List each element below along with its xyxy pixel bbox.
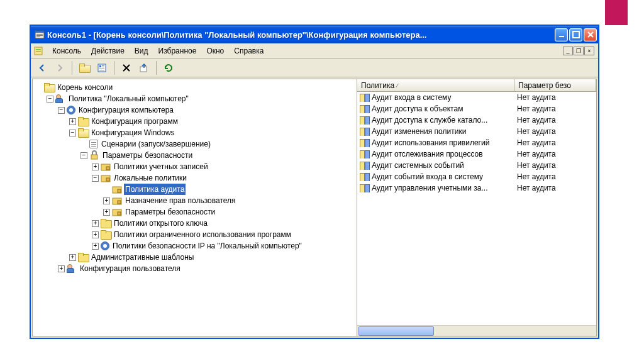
tree-sec-options[interactable]: + Параметры безопасности xyxy=(103,206,354,218)
tree-ipsec[interactable]: + Политики безопасности IP на "Локальный… xyxy=(92,240,354,252)
folder-icon xyxy=(44,83,54,92)
tree-acct-policies[interactable]: + Политики учетных записей xyxy=(92,161,354,172)
list-row[interactable]: Аудит доступа к объектамНет аудита xyxy=(357,103,596,114)
titlebar[interactable]: Консоль1 - [Корень консоли\Политика "Лок… xyxy=(31,26,598,43)
lock-folder-icon xyxy=(112,207,122,217)
minimize-button[interactable] xyxy=(555,28,568,42)
properties-button[interactable] xyxy=(94,60,109,75)
tree-prog-config[interactable]: + Конфигурация программ xyxy=(69,116,354,127)
close-button[interactable] xyxy=(584,28,597,42)
folder-icon xyxy=(101,230,111,239)
gear-icon xyxy=(67,106,75,114)
column-policy[interactable]: Политика ∕ xyxy=(357,79,514,91)
collapse-icon[interactable]: − xyxy=(80,152,87,159)
list-row[interactable]: Аудит системных событийНет аудита xyxy=(357,160,596,171)
tree-restricted-sw[interactable]: + Политики ограниченного использования п… xyxy=(92,229,354,240)
menu-console[interactable]: Консоль xyxy=(47,45,86,57)
scrollbar-thumb[interactable] xyxy=(358,326,434,336)
tree-comp-config[interactable]: − Конфигурация компьютера xyxy=(58,104,354,116)
up-button[interactable] xyxy=(77,60,92,75)
svg-rect-1 xyxy=(35,31,44,33)
mdi-restore-button[interactable]: ❐ xyxy=(574,47,584,55)
list-body[interactable]: Аудит входа в системуНет аудитаАудит дос… xyxy=(357,92,596,325)
folder-open-icon xyxy=(78,128,88,137)
list-row[interactable]: Аудит входа в системуНет аудита xyxy=(357,92,596,103)
tree-audit-policy[interactable]: Политика аудита xyxy=(103,184,354,195)
list-header: Политика ∕ Параметр безо xyxy=(357,79,596,92)
policy-param: Нет аудита xyxy=(517,138,594,147)
tree-win-config[interactable]: − Конфигурация Windows xyxy=(69,127,354,138)
window-controls xyxy=(555,28,597,42)
expand-icon[interactable]: + xyxy=(58,265,65,272)
sort-indicator-icon: ∕ xyxy=(397,82,398,89)
list-row[interactable]: Аудит отслеживания процессовНет аудита xyxy=(357,148,596,160)
maximize-button[interactable] xyxy=(569,28,582,42)
svg-rect-5 xyxy=(559,36,564,37)
svg-rect-17 xyxy=(91,155,97,159)
menu-app-icon xyxy=(33,46,43,56)
policy-name: Аудит отслеживания процессов xyxy=(372,150,483,158)
audit-item-icon xyxy=(360,93,370,102)
security-icon xyxy=(89,150,99,160)
expand-icon[interactable]: + xyxy=(69,254,76,261)
delete-button[interactable] xyxy=(119,60,134,75)
export-button[interactable] xyxy=(136,60,152,75)
expand-icon[interactable]: + xyxy=(92,243,99,250)
tree-sec-params[interactable]: − Параметры безопасности xyxy=(80,150,354,161)
tree-admin-templates[interactable]: + Административные шаблоны xyxy=(69,252,354,263)
title-text: Консоль1 - [Корень консоли\Политика "Лок… xyxy=(47,30,555,40)
svg-rect-23 xyxy=(118,189,121,192)
svg-rect-2 xyxy=(36,34,43,35)
policy-icon xyxy=(55,94,65,103)
svg-rect-21 xyxy=(106,178,109,181)
tree-rights-assign[interactable]: + Назначение прав пользователя xyxy=(103,195,354,206)
menu-favorites[interactable]: Избранное xyxy=(153,45,202,57)
svg-rect-16 xyxy=(140,67,147,72)
menu-window[interactable]: Окно xyxy=(201,45,229,57)
mdi-close-button[interactable]: × xyxy=(584,47,594,55)
policy-param: Нет аудита xyxy=(517,161,594,170)
policy-name: Аудит событий входа в систему xyxy=(372,172,483,181)
expand-icon[interactable]: + xyxy=(103,197,110,204)
folder-icon xyxy=(101,219,111,228)
svg-rect-4 xyxy=(36,36,40,37)
expand-icon[interactable]: + xyxy=(92,231,99,238)
audit-item-icon xyxy=(360,138,370,147)
tree-local-policies[interactable]: − Локальные политики xyxy=(92,172,354,184)
list-row[interactable]: Аудит событий входа в системуНет аудита xyxy=(357,171,596,182)
svg-rect-6 xyxy=(573,31,579,38)
list-row[interactable]: Аудит изменения политикиНет аудита xyxy=(357,126,596,137)
back-button[interactable] xyxy=(35,60,50,75)
svg-rect-14 xyxy=(99,69,104,69)
tree-pane[interactable]: Корень консоли − Политика "Локальный ком… xyxy=(33,79,357,336)
tree-scenarios[interactable]: Сценарии (запуск/завершение) xyxy=(80,138,354,150)
column-param[interactable]: Параметр безо xyxy=(514,79,596,91)
collapse-icon[interactable]: − xyxy=(47,96,53,103)
menu-action[interactable]: Действие xyxy=(86,45,130,57)
tree-pubkey[interactable]: + Политики открытого ключа xyxy=(92,218,354,229)
script-icon xyxy=(89,140,98,148)
list-row[interactable]: Аудит доступа к службе катало...Нет ауди… xyxy=(357,114,596,126)
tree-root[interactable]: Корень консоли xyxy=(35,82,354,93)
mdi-minimize-button[interactable]: _ xyxy=(563,47,573,55)
tree-user-config[interactable]: + Конфигурация пользователя xyxy=(58,263,354,274)
horizontal-scrollbar[interactable] xyxy=(357,325,596,336)
collapse-icon[interactable]: − xyxy=(92,175,99,182)
menu-help[interactable]: Справка xyxy=(229,45,269,57)
list-row[interactable]: Аудит использования привилегийНет аудита xyxy=(357,137,596,148)
tree-policy[interactable]: − Политика "Локальный компьютер" xyxy=(47,93,354,104)
expand-icon[interactable]: + xyxy=(103,209,110,216)
menu-view[interactable]: Вид xyxy=(130,45,153,57)
expand-icon[interactable]: + xyxy=(92,220,99,227)
lock-folder-icon xyxy=(101,173,111,183)
list-row[interactable]: Аудит управления учетными за...Нет аудит… xyxy=(357,182,596,194)
expand-icon[interactable]: + xyxy=(92,164,99,170)
refresh-button[interactable] xyxy=(161,60,176,75)
svg-rect-19 xyxy=(106,167,109,170)
expand-icon[interactable]: + xyxy=(69,118,76,125)
policy-param: Нет аудита xyxy=(517,116,594,125)
forward-button[interactable] xyxy=(52,60,67,75)
user-icon xyxy=(67,264,77,273)
collapse-icon[interactable]: − xyxy=(58,107,65,114)
collapse-icon[interactable]: − xyxy=(69,130,76,136)
